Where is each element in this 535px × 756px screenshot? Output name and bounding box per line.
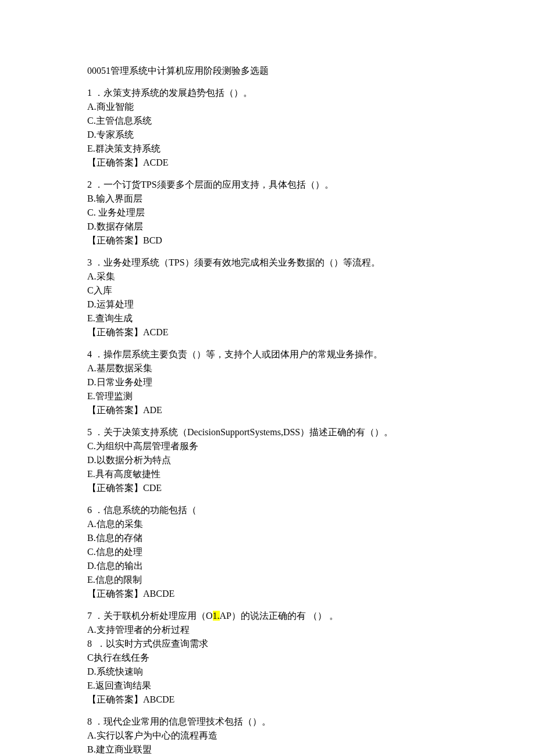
question-block: 6 ．信息系统的功能包括（A.信息的采集B.信息的存储C.信息的处理D.信息的输…	[87, 503, 448, 601]
question-option: D.系统快速响	[87, 665, 448, 679]
question-option: E.群决策支持系统	[87, 142, 448, 156]
question-option: D.日常业务处理	[87, 375, 448, 389]
correct-answer: 【正确答案】ACDE	[87, 325, 448, 339]
question-block: 8 ．现代企业常用的信息管理技术包括（）。A.实行以客户为中心的流程再造B.建立…	[87, 715, 448, 756]
question-option: B.建立商业联盟	[87, 743, 448, 756]
question-number: 1	[87, 88, 92, 98]
question-option: 8 ．以实时方式供应查询需求	[87, 637, 448, 651]
stem-text: ．操作层系统主要负责（）等，支持个人或团体用户的常规业务操作。	[92, 349, 383, 359]
question-number: 5	[87, 427, 92, 437]
question-option: B.信息的存储	[87, 531, 448, 545]
question-stem: 7 ．关于联机分析处理应用（O1.AP）的说法正确的有 （） 。	[87, 609, 448, 623]
question-option: E.查询生成	[87, 311, 448, 325]
question-option: D.数据存储层	[87, 220, 448, 234]
correct-answer: 【正确答案】ABCDE	[87, 587, 448, 601]
question-option: A.商业智能	[87, 100, 448, 114]
stem-text: ．永策支持系统的发展趋势包括（）。	[92, 88, 252, 98]
stem-text: ．信息系统的功能包括（	[92, 505, 197, 515]
question-number: 8	[87, 716, 92, 726]
question-block: 3 ．业务处理系统（TPS）须要有效地完成相关业务数据的（）等流程。A.采集C入…	[87, 256, 448, 339]
question-stem: 2 ．一个订货TPS须要多个层面的应用支持，具体包括（）。	[87, 178, 448, 192]
question-option: A.基层数据采集	[87, 361, 448, 375]
question-option: E.返回查询结果	[87, 679, 448, 693]
question-stem: 1 ．永策支持系统的发展趋势包括（）。	[87, 86, 448, 100]
question-option: E.信息的限制	[87, 573, 448, 587]
stem-text-post: AP）的说法正确的有 （） 。	[220, 611, 338, 621]
question-number: 3	[87, 257, 92, 267]
question-option: D.以数据分析为特点	[87, 453, 448, 467]
correct-answer: 【正确答案】CDE	[87, 481, 448, 495]
question-option: C入库	[87, 284, 448, 298]
question-number: 2	[87, 180, 92, 189]
question-number: 4	[87, 349, 92, 359]
stem-text: ．关于决策支持系统（DecisionSupportSystems,DSS）描述正…	[92, 427, 393, 437]
question-option: C. 业务处理层	[87, 206, 448, 220]
question-stem: 4 ．操作层系统主要负责（）等，支持个人或团体用户的常规业务操作。	[87, 347, 448, 361]
stem-text: ．一个订货TPS须要多个层面的应用支持，具体包括（）。	[92, 180, 334, 189]
document-page: 00051管理系统中计算机应用阶段测验多选题 1 ．永策支持系统的发展趋势包括（…	[0, 0, 535, 756]
question-option: C执行在线任务	[87, 651, 448, 665]
question-block: 4 ．操作层系统主要负责（）等，支持个人或团体用户的常规业务操作。A.基层数据采…	[87, 347, 448, 417]
question-option: D.信息的输出	[87, 559, 448, 573]
stem-text-pre: ．关于联机分析处理应用（O	[92, 611, 213, 621]
question-option: B.输入界面层	[87, 192, 448, 206]
question-option: C.主管信息系统	[87, 114, 448, 128]
question-stem: 3 ．业务处理系统（TPS）须要有效地完成相关业务数据的（）等流程。	[87, 256, 448, 270]
question-number: 6	[87, 505, 92, 515]
document-title: 00051管理系统中计算机应用阶段测验多选题	[87, 64, 448, 78]
question-option: E.具有高度敏捷性	[87, 467, 448, 481]
question-block: 7 ．关于联机分析处理应用（O1.AP）的说法正确的有 （） 。A.支持管理者的…	[87, 609, 448, 707]
stem-text: ．业务处理系统（TPS）须要有效地完成相关业务数据的（）等流程。	[92, 257, 380, 267]
question-option: D.运算处理	[87, 298, 448, 311]
question-option: A.支持管理者的分析过程	[87, 623, 448, 637]
question-stem: 5 ．关于决策支持系统（DecisionSupportSystems,DSS）描…	[87, 425, 448, 439]
question-option: E.管理监测	[87, 389, 448, 403]
question-option: D.专家系统	[87, 128, 448, 142]
question-option: A.采集	[87, 270, 448, 284]
question-option: A.实行以客户为中心的流程再造	[87, 729, 448, 743]
stem-text: ．现代企业常用的信息管理技术包括（）。	[92, 716, 271, 726]
highlighted-text: 1.	[213, 611, 220, 621]
question-block: 5 ．关于决策支持系统（DecisionSupportSystems,DSS）描…	[87, 425, 448, 495]
question-stem: 6 ．信息系统的功能包括（	[87, 503, 448, 517]
question-number: 7	[87, 611, 92, 621]
correct-answer: 【正确答案】ADE	[87, 403, 448, 417]
correct-answer: 【正确答案】BCD	[87, 234, 448, 248]
question-option: A.信息的采集	[87, 517, 448, 531]
correct-answer: 【正确答案】ABCDE	[87, 693, 448, 707]
correct-answer: 【正确答案】ACDE	[87, 156, 448, 170]
question-option: C.信息的处理	[87, 545, 448, 559]
question-block: 2 ．一个订货TPS须要多个层面的应用支持，具体包括（）。B.输入界面层C. 业…	[87, 178, 448, 248]
question-block: 1 ．永策支持系统的发展趋势包括（）。A.商业智能C.主管信息系统D.专家系统E…	[87, 86, 448, 170]
question-option: C.为组织中高层管理者服务	[87, 439, 448, 453]
questions-container: 1 ．永策支持系统的发展趋势包括（）。A.商业智能C.主管信息系统D.专家系统E…	[87, 86, 448, 756]
question-stem: 8 ．现代企业常用的信息管理技术包括（）。	[87, 715, 448, 729]
